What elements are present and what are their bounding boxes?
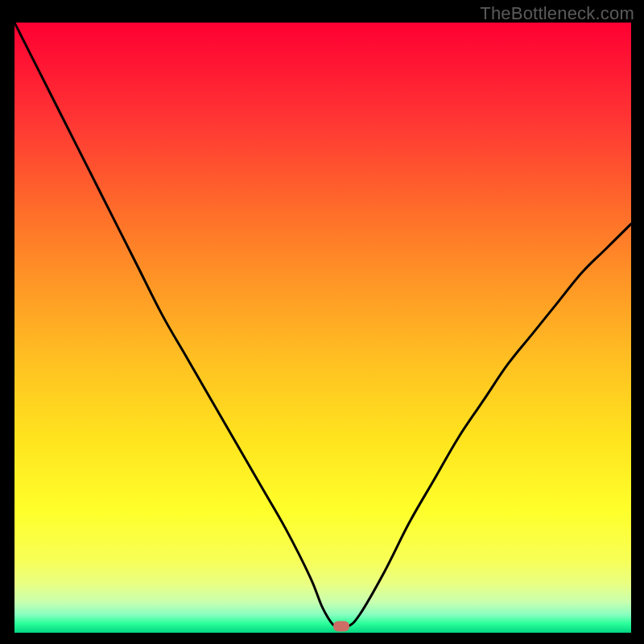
- plot-area: [14, 23, 631, 633]
- bottleneck-curve: [14, 23, 631, 633]
- watermark-text: TheBottleneck.com: [480, 3, 634, 24]
- chart-container: TheBottleneck.com: [0, 0, 644, 644]
- optimal-marker: [333, 621, 349, 632]
